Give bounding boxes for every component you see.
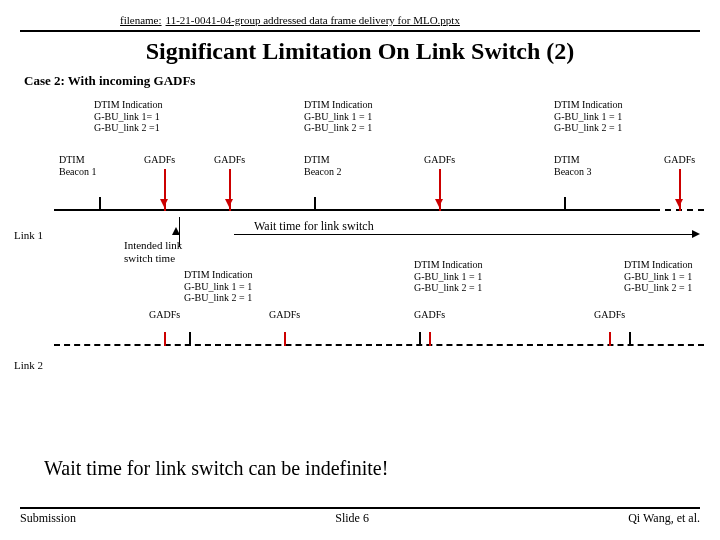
gadfs-label: GADFs — [269, 309, 300, 321]
gadfs-label: GADFs — [214, 154, 245, 166]
dtim-indication-6: DTIM Indication G-BU_link 1 = 1 G-BU_lin… — [624, 259, 693, 294]
gadf-tick — [439, 197, 441, 211]
dtim-line: G-BU_link 2 = 1 — [304, 122, 373, 134]
filename-label: filename: — [120, 14, 162, 26]
dtim-line: G-BU_link 1 = 1 — [554, 111, 623, 123]
dtim-line: G-BU_link 1= 1 — [94, 111, 163, 123]
dtim-line: G-BU_link 1 = 1 — [624, 271, 693, 283]
beacon2-label: DTIM Beacon 2 — [304, 154, 342, 177]
link2-label: Link 2 — [14, 359, 43, 371]
gadfs-label: GADFs — [144, 154, 175, 166]
intended-switch-label: Intended link switch time — [124, 239, 182, 264]
dtim-line: DTIM Indication — [624, 259, 693, 271]
dtim-line: DTIM Indication — [94, 99, 163, 111]
beacon1-label: DTIM Beacon 1 — [59, 154, 97, 177]
beacon-tick — [189, 332, 191, 346]
wait-arrow-line — [234, 234, 694, 235]
link1-label: Link 1 — [14, 229, 43, 241]
dtim-line: G-BU_link 1 = 1 — [414, 271, 483, 283]
gadf-tick — [679, 197, 681, 211]
beacon-tick — [564, 197, 566, 211]
gadf-tick — [164, 197, 166, 211]
header-bar: filename: 11-21-0041-04-group addressed … — [20, 10, 700, 32]
beacon3-label: DTIM Beacon 3 — [554, 154, 592, 177]
beacon-line: DTIM — [59, 154, 97, 166]
footer-left: Submission — [20, 511, 76, 526]
dtim-indication-5: DTIM Indication G-BU_link 1 = 1 G-BU_lin… — [414, 259, 483, 294]
dtim-indication-4: DTIM Indication G-BU_link 1 = 1 G-BU_lin… — [184, 269, 253, 304]
dtim-line: G-BU_link 2 = 1 — [624, 282, 693, 294]
wait-arrowhead-icon — [692, 230, 700, 238]
footer-center: Slide 6 — [335, 511, 369, 526]
dtim-line: G-BU_link 2 =1 — [94, 122, 163, 134]
case-title: Case 2: With incoming GADFs — [24, 73, 720, 89]
gadf-tick — [164, 332, 166, 346]
intended-line: switch time — [124, 252, 182, 265]
dtim-line: DTIM Indication — [554, 99, 623, 111]
timing-diagram: Link 1 DTIM Indication G-BU_link 1= 1 G-… — [14, 99, 714, 419]
beacon-line: Beacon 1 — [59, 166, 97, 178]
dtim-indication-2: DTIM Indication G-BU_link 1 = 1 G-BU_lin… — [304, 99, 373, 134]
footer-bar: Submission Slide 6 Qi Wang, et al. — [20, 507, 700, 526]
beacon-line: DTIM — [304, 154, 342, 166]
gadfs-label: GADFs — [424, 154, 455, 166]
gadfs-label: GADFs — [664, 154, 695, 166]
gadf-tick — [429, 332, 431, 346]
dtim-line: DTIM Indication — [304, 99, 373, 111]
dtim-indication-3: DTIM Indication G-BU_link 1 = 1 G-BU_lin… — [554, 99, 623, 134]
link2-timeline — [54, 344, 704, 346]
dtim-line: G-BU_link 2 = 1 — [554, 122, 623, 134]
beacon-tick — [314, 197, 316, 211]
slide-title: Significant Limitation On Link Switch (2… — [0, 38, 720, 65]
gadf-tick — [609, 332, 611, 346]
gadfs-label: GADFs — [414, 309, 445, 321]
beacon-line: Beacon 2 — [304, 166, 342, 178]
wait-label: Wait time for link switch — [254, 219, 374, 234]
dtim-line: G-BU_link 2 = 1 — [414, 282, 483, 294]
dtim-indication-1: DTIM Indication G-BU_link 1= 1 G-BU_link… — [94, 99, 163, 134]
beacon-tick — [629, 332, 631, 346]
beacon-tick — [99, 197, 101, 211]
beacon-line: Beacon 3 — [554, 166, 592, 178]
dtim-line: DTIM Indication — [414, 259, 483, 271]
gadfs-label: GADFs — [149, 309, 180, 321]
dtim-line: G-BU_link 1 = 1 — [184, 281, 253, 293]
gadfs-label: GADFs — [594, 309, 625, 321]
intended-line: Intended link — [124, 239, 182, 252]
conclusion-text: Wait time for link switch can be indefin… — [44, 457, 388, 480]
beacon-line: DTIM — [554, 154, 592, 166]
filename-value: 11-21-0041-04-group addressed data frame… — [166, 14, 460, 26]
dtim-line: G-BU_link 2 = 1 — [184, 292, 253, 304]
gadf-tick — [229, 197, 231, 211]
gadf-tick — [284, 332, 286, 346]
dtim-line: DTIM Indication — [184, 269, 253, 281]
dtim-line: G-BU_link 1 = 1 — [304, 111, 373, 123]
beacon-tick — [419, 332, 421, 346]
footer-right: Qi Wang, et al. — [628, 511, 700, 526]
